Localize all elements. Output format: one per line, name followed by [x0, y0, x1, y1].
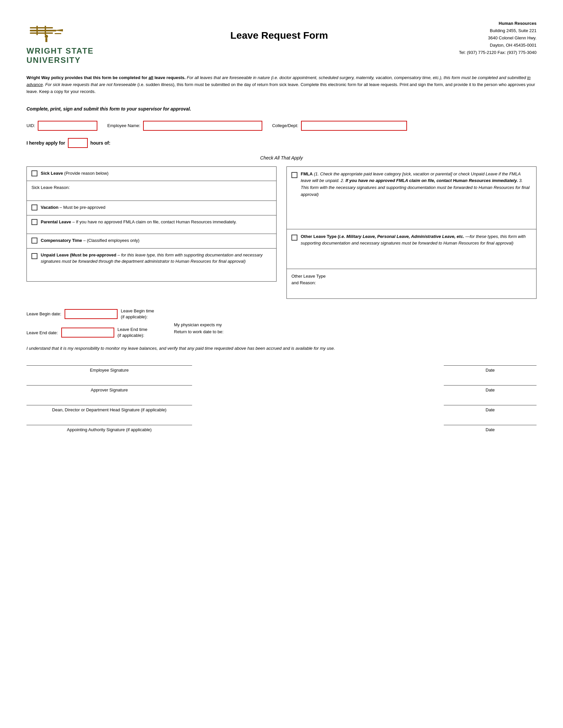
appointing-sig-label: Appointing Authority Signature (if appli… — [67, 427, 152, 432]
apply-row: I hereby apply for hours of: — [26, 138, 537, 148]
unpaid-leave-checkbox[interactable] — [31, 253, 37, 259]
college-dept-group: College/Dept: — [272, 121, 407, 131]
leave-begin-time-label: Leave Begin time(if applicable): — [121, 308, 154, 320]
other-leave-label-bold: Other Leave Type (i.e. Military Leave, P… — [301, 234, 464, 239]
uid-input[interactable] — [38, 121, 97, 131]
policy-bold-start: Wright Way policy provides that this for… — [26, 75, 185, 80]
leave-begin-date-input[interactable] — [65, 309, 117, 319]
uid-label: UID: — [26, 123, 35, 128]
logo-area: WRIGHT STATE UNIVERSITY — [26, 20, 99, 65]
apply-for-label: I hereby apply for — [26, 140, 65, 146]
dates-left: Leave Begin date: Leave Begin time(if ap… — [26, 308, 154, 339]
approver-sig-line — [26, 385, 192, 386]
parental-leave-detail: – If you have no approved FMLA claim on … — [72, 219, 236, 224]
hr-info: Human Resources Building 2455, Suite 221… — [459, 20, 537, 56]
fmla-item: FMLA (1. Check the appropriate paid leav… — [287, 166, 537, 229]
vacation-label: Vacation — [41, 205, 58, 210]
hr-address3: Dayton, OH 45435-0001 — [459, 42, 537, 49]
other-leave-checkbox[interactable] — [292, 235, 298, 241]
check-all-label: Check All That Apply — [26, 155, 537, 160]
appointing-sig-group: Appointing Authority Signature (if appli… — [26, 425, 192, 432]
sick-leave-checkbox[interactable] — [31, 170, 37, 176]
employee-date-label: Date — [486, 368, 494, 373]
svg-rect-6 — [55, 33, 61, 34]
leave-end-row: Leave End date: Leave End time(if applic… — [26, 327, 154, 339]
unpaid-leave-label-bold: Unpaid Leave (Must be pre-approved — [41, 252, 116, 257]
policy-text: Wright Way policy provides that this for… — [26, 74, 537, 95]
hr-tel: Tel: (937) 775-2120 Fax: (937) 775-3040 — [459, 49, 537, 56]
appointing-date-line — [444, 425, 537, 425]
approver-sig-label: Approver Signature — [91, 387, 128, 392]
employee-date-group: Date — [444, 365, 537, 373]
vacation-checkbox[interactable] — [31, 205, 37, 210]
vacation-detail: – Must be pre-approved — [60, 205, 105, 210]
sick-leave-label: Sick Leave — [41, 171, 63, 176]
svg-rect-3 — [36, 26, 38, 35]
signatures-section: Employee Signature Date Approver Signatu… — [26, 365, 537, 445]
employee-sig-group: Employee Signature — [26, 365, 192, 373]
employee-sig-label: Employee Signature — [90, 368, 128, 373]
hr-address1: Building 2455, Suite 221 — [459, 27, 537, 34]
understand-text: I understand that it is my responsibilit… — [26, 345, 537, 352]
sig-row-employee: Employee Signature Date — [26, 365, 537, 375]
sick-leave-item: Sick Leave (Provide reason below) — [26, 166, 276, 181]
form-title-area: Leave Request Form — [99, 20, 459, 41]
vacation-item: Vacation – Must be pre-approved — [26, 201, 276, 215]
approver-date-label: Date — [486, 387, 494, 392]
policy-italic2: For sick leave requests that are not for… — [45, 82, 136, 87]
employee-name-group: Employee Name: — [107, 121, 262, 131]
other-reason-item: Other Leave Typeand Reason: — [287, 269, 537, 299]
svg-rect-1 — [30, 27, 53, 28]
parental-leave-item: Parental Leave – If you have no approved… — [26, 215, 276, 234]
leave-end-time-label: Leave End time(if applicable): — [117, 327, 147, 339]
page-header: WRIGHT STATE UNIVERSITY Leave Request Fo… — [26, 20, 537, 65]
uid-row: UID: Employee Name: College/Dept: — [26, 121, 537, 131]
employee-name-input[interactable] — [143, 121, 262, 131]
dean-date-line — [444, 405, 537, 405]
left-leave-column: Sick Leave (Provide reason below) Sick L… — [26, 166, 276, 299]
dean-sig-label: Dean, Director or Department Head Signat… — [52, 407, 166, 412]
sick-leave-reason-label: Sick Leave Reason: — [31, 185, 70, 190]
dean-sig-group: Dean, Director or Department Head Signat… — [26, 405, 192, 412]
hr-address2: 3640 Colonel Glenn Hwy. — [459, 34, 537, 42]
form-title: Leave Request Form — [99, 30, 459, 41]
approver-date-line — [444, 385, 537, 386]
svg-rect-4 — [45, 26, 46, 35]
hours-input[interactable] — [68, 138, 88, 148]
leave-end-label: Leave End date: — [26, 330, 58, 335]
unpaid-leave-item: Unpaid Leave (Must be pre-approved – for… — [26, 249, 276, 282]
appointing-date-group: Date — [444, 425, 537, 432]
fmla-checkbox[interactable] — [292, 172, 298, 178]
appointing-sig-line — [26, 425, 192, 425]
leave-begin-label: Leave Begin date: — [26, 311, 61, 316]
other-reason-label: Other Leave Typeand Reason: — [292, 274, 326, 286]
leave-end-date-input[interactable] — [61, 328, 114, 338]
college-dept-input[interactable] — [301, 121, 407, 131]
physician-text: My physician expects myReturn to work da… — [174, 322, 223, 336]
dean-sig-line — [26, 405, 192, 405]
appointing-date-label: Date — [486, 427, 494, 432]
compensatory-checkbox[interactable] — [31, 238, 37, 244]
compensatory-item: Compensatory Time – (Classified employee… — [26, 234, 276, 249]
other-leave-item: Other Leave Type (i.e. Military Leave, P… — [287, 229, 537, 269]
university-logo-icon — [26, 20, 99, 46]
svg-rect-0 — [30, 30, 56, 31]
compensatory-detail: – (Classified employees only) — [83, 238, 139, 243]
submit-instruction: Complete, print, sign and submit this fo… — [26, 106, 537, 112]
dates-section: Leave Begin date: Leave Begin time(if ap… — [26, 308, 537, 339]
sig-row-approver: Approver Signature Date — [26, 385, 537, 395]
employee-name-label: Employee Name: — [107, 123, 140, 128]
college-dept-label: College/Dept: — [272, 123, 299, 128]
university-name: WRIGHT STATE UNIVERSITY — [26, 46, 94, 65]
employee-sig-line — [26, 365, 192, 366]
sig-row-dean: Dean, Director or Department Head Signat… — [26, 405, 537, 415]
leave-begin-row: Leave Begin date: Leave Begin time(if ap… — [26, 308, 154, 320]
hr-department: Human Resources — [459, 20, 537, 27]
fmla-bold2: If you have no approved FMLA claim on fi… — [346, 178, 518, 183]
parental-leave-checkbox[interactable] — [31, 219, 37, 225]
approver-sig-group: Approver Signature — [26, 385, 192, 392]
fmla-label: FMLA — [301, 171, 313, 176]
hours-label: hours of: — [90, 140, 111, 146]
right-leave-column: FMLA (1. Check the appropriate paid leav… — [287, 166, 537, 299]
svg-rect-8 — [45, 38, 47, 42]
